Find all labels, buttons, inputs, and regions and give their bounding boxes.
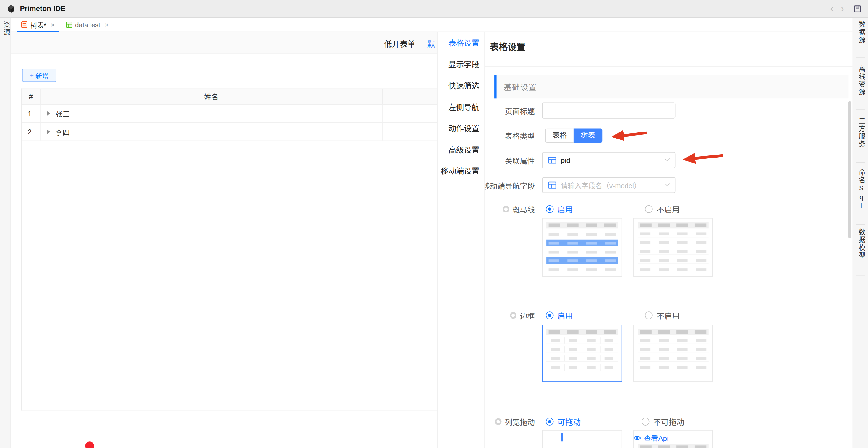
tab-tree-table[interactable]: 树表* × xyxy=(16,18,60,32)
subtab-low-code-form[interactable]: 低开表单 xyxy=(384,38,415,49)
relation-attr-value: pid xyxy=(561,156,570,164)
plus-icon: + xyxy=(30,71,34,79)
table-type-segmented: 表格 树表 xyxy=(545,128,602,143)
radio-draggable-label[interactable]: 可拖动 xyxy=(558,416,581,427)
sidebar-item-offline-resource[interactable]: 离线资源 xyxy=(857,65,867,96)
mobile-nav-field-select[interactable]: 请输入字段名（v-model） xyxy=(542,177,675,193)
table-row[interactable]: 1 张三 xyxy=(22,105,437,123)
radio-enabled-label[interactable]: 启用 xyxy=(558,203,573,215)
tab-label: 树表* xyxy=(30,20,46,29)
border-disabled-preview xyxy=(633,325,713,382)
help-icon[interactable] xyxy=(495,418,501,425)
type-option-table[interactable]: 表格 xyxy=(545,128,574,143)
nav-item-advanced-settings[interactable]: 高级设置 xyxy=(438,139,484,160)
data-table-file-icon xyxy=(66,21,72,28)
rail-divider xyxy=(856,162,865,163)
label-text: 页面标题 xyxy=(505,105,535,116)
subtab-default-view[interactable]: 默 xyxy=(428,38,435,49)
radio-enabled-selected[interactable] xyxy=(546,205,553,213)
table-type-label: 表格类型 xyxy=(485,128,535,143)
settings-nav: 表格设置 显示字段 快速筛选 左侧导航 动作设置 高级设置 移动端设置 xyxy=(437,32,484,448)
radio-disabled[interactable] xyxy=(645,205,652,213)
nav-back-icon[interactable]: ‹ xyxy=(830,4,833,13)
titlebar: Primeton-IDE ‹ › xyxy=(0,0,868,18)
label-text: 移动端导航字段 xyxy=(484,180,534,191)
radio-enabled-label[interactable]: 启用 xyxy=(558,310,573,321)
app-logo-icon xyxy=(6,4,16,13)
type-option-tree-selected[interactable]: 树表 xyxy=(574,128,602,143)
relation-attr-select[interactable]: pid xyxy=(542,152,675,168)
panel-title: 表格设置 xyxy=(490,39,525,53)
rail-divider xyxy=(856,57,865,58)
view-api-label: 查看Api xyxy=(644,433,669,443)
help-icon[interactable] xyxy=(502,206,509,213)
save-icon[interactable] xyxy=(854,5,861,12)
zebra-disabled-preview xyxy=(633,218,713,277)
app-window: Primeton-IDE ‹ › 资源 数据源 离线资源 三方服务 命名Sql … xyxy=(0,0,868,448)
app-title: Primeton-IDE xyxy=(20,4,65,13)
radio-enabled-selected[interactable] xyxy=(546,312,553,319)
close-icon[interactable]: × xyxy=(105,21,108,28)
rail-divider xyxy=(856,109,865,109)
expand-caret-icon[interactable] xyxy=(47,129,50,134)
border-radio-group: 启用 不启用 xyxy=(546,311,680,320)
tab-data-test[interactable]: dataTest × xyxy=(60,18,114,32)
notification-badge[interactable] xyxy=(85,442,94,448)
expand-caret-icon[interactable] xyxy=(47,111,50,116)
sidebar-item-data-model[interactable]: 数据模型 xyxy=(857,228,867,259)
cell-empty xyxy=(382,123,437,141)
right-rail: 数据源 离线资源 三方服务 命名Sql 数据模型 xyxy=(852,18,868,448)
table-row[interactable]: 2 李四 xyxy=(22,123,437,141)
relation-attr-label: 关联属性 xyxy=(485,152,535,168)
nav-forward-icon[interactable]: › xyxy=(841,4,844,13)
table-header-row: # 姓名 xyxy=(22,89,437,104)
view-api-link[interactable]: 查看Api xyxy=(633,433,669,443)
label-text: 表格类型 xyxy=(505,130,535,141)
column-drag-radio-group: 可拖动 不可拖动 xyxy=(546,417,684,426)
nav-item-mobile-settings[interactable]: 移动端设置 xyxy=(438,160,484,182)
radio-disabled-label[interactable]: 不启用 xyxy=(657,310,680,321)
label-text: 关联属性 xyxy=(505,155,535,165)
mobile-nav-field-placeholder: 请输入字段名（v-model） xyxy=(561,180,641,191)
radio-not-draggable[interactable] xyxy=(642,418,649,425)
divider xyxy=(485,66,852,67)
radio-draggable-selected[interactable] xyxy=(546,418,553,425)
tab-label: dataTest xyxy=(75,21,100,28)
editor-tabbar: 树表* × dataTest × xyxy=(11,18,852,32)
nav-item-display-fields[interactable]: 显示字段 xyxy=(438,54,484,75)
cell-name: 李四 xyxy=(40,123,382,141)
nav-item-left-navigation[interactable]: 左侧导航 xyxy=(438,97,484,118)
cell-index: 2 xyxy=(22,123,40,141)
header-cell-empty xyxy=(382,89,437,104)
help-icon[interactable] xyxy=(510,312,517,319)
left-rail: 资源 xyxy=(0,18,11,448)
field-table-icon xyxy=(548,156,556,164)
page-title-input[interactable] xyxy=(542,102,675,118)
nav-item-action-settings[interactable]: 动作设置 xyxy=(438,118,484,139)
section-title: 基础设置 xyxy=(504,81,537,92)
close-icon[interactable]: × xyxy=(51,21,55,28)
table-canvas: + 新增 # 姓名 1 张三 2 李四 xyxy=(11,54,437,448)
nav-item-quick-filter[interactable]: 快速筛选 xyxy=(438,75,484,97)
radio-disabled[interactable] xyxy=(645,312,652,319)
sidebar-item-named-sql[interactable]: 命名Sql xyxy=(857,169,867,211)
designer-subheader: 低开表单 默 xyxy=(11,32,437,54)
cell-name-text: 张三 xyxy=(55,108,70,119)
border-enabled-preview xyxy=(542,325,622,382)
sidebar-item-third-party[interactable]: 三方服务 xyxy=(857,117,867,148)
eye-icon xyxy=(633,435,641,441)
section-accent-bar xyxy=(494,75,496,99)
radio-disabled-label[interactable]: 不启用 xyxy=(657,203,680,215)
add-row-button-label: 新增 xyxy=(35,71,49,80)
sidebar-item-datasource[interactable]: 数据源 xyxy=(857,21,867,44)
add-row-button[interactable]: + 新增 xyxy=(22,69,57,82)
chevron-down-icon xyxy=(664,156,670,162)
rail-divider xyxy=(856,275,865,276)
sidebar-item-resources[interactable]: 资源 xyxy=(2,21,11,36)
drag-enabled-preview xyxy=(542,430,622,448)
radio-not-draggable-label[interactable]: 不可拖动 xyxy=(653,416,684,427)
scrollbar-thumb[interactable] xyxy=(848,101,851,238)
nav-item-table-settings[interactable]: 表格设置 xyxy=(438,33,484,54)
label-text: 列宽拖动 xyxy=(505,416,535,427)
data-table: # 姓名 1 张三 2 李四 xyxy=(21,89,437,411)
